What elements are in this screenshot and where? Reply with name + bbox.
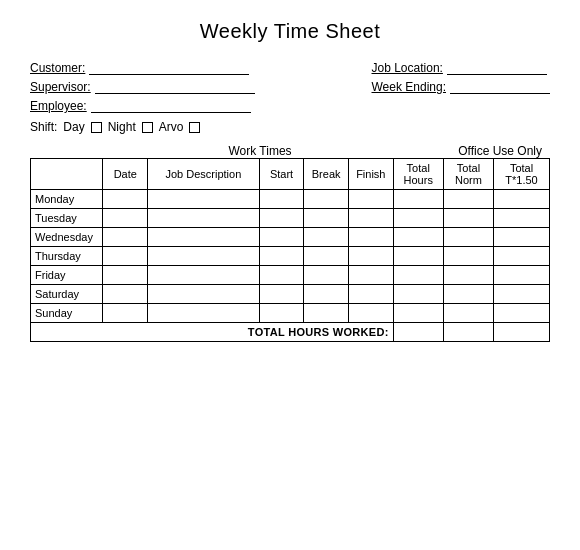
table-row: Friday <box>31 266 550 285</box>
data-cell[interactable] <box>393 190 443 209</box>
week-ending-line <box>450 80 550 94</box>
week-ending-label: Week Ending: <box>372 80 447 94</box>
day-cell: Monday <box>31 190 103 209</box>
data-cell[interactable] <box>259 266 304 285</box>
table-row: Monday <box>31 190 550 209</box>
data-cell[interactable] <box>443 266 493 285</box>
data-cell[interactable] <box>494 247 550 266</box>
data-cell[interactable] <box>494 228 550 247</box>
col-header-totalnorm: Total Norm <box>443 159 493 190</box>
col-header-break: Break <box>304 159 349 190</box>
shift-night-checkbox[interactable] <box>142 122 153 133</box>
day-cell: Wednesday <box>31 228 103 247</box>
data-cell[interactable] <box>393 209 443 228</box>
data-cell[interactable] <box>148 266 260 285</box>
data-cell[interactable] <box>443 285 493 304</box>
data-cell[interactable] <box>494 190 550 209</box>
job-location-line <box>447 61 547 75</box>
data-cell[interactable] <box>304 228 349 247</box>
data-cell[interactable] <box>259 209 304 228</box>
data-cell[interactable] <box>443 190 493 209</box>
data-cell[interactable] <box>304 247 349 266</box>
data-cell[interactable] <box>348 266 393 285</box>
data-cell[interactable] <box>443 209 493 228</box>
data-cell[interactable] <box>494 304 550 323</box>
data-cell[interactable] <box>103 209 148 228</box>
data-cell[interactable] <box>148 228 260 247</box>
table-row: Wednesday <box>31 228 550 247</box>
table-row: Tuesday <box>31 209 550 228</box>
supervisor-label: Supervisor: <box>30 80 91 94</box>
data-cell[interactable] <box>393 266 443 285</box>
data-cell[interactable] <box>494 266 550 285</box>
total-hours-row: TOTAL HOURS WORKED: <box>31 323 550 342</box>
day-cell: Saturday <box>31 285 103 304</box>
shift-arvo-checkbox[interactable] <box>189 122 200 133</box>
data-cell[interactable] <box>148 209 260 228</box>
col-header-finish: Finish <box>348 159 393 190</box>
data-cell[interactable] <box>148 285 260 304</box>
data-cell[interactable] <box>304 190 349 209</box>
data-cell[interactable] <box>304 304 349 323</box>
employee-label: Employee: <box>30 99 87 113</box>
data-cell[interactable] <box>348 247 393 266</box>
day-cell: Friday <box>31 266 103 285</box>
data-cell[interactable] <box>393 304 443 323</box>
table-row: Thursday <box>31 247 550 266</box>
data-cell[interactable] <box>393 228 443 247</box>
data-cell[interactable] <box>259 190 304 209</box>
data-cell[interactable] <box>304 209 349 228</box>
shift-night-label: Night <box>108 120 136 134</box>
work-times-section-label: Work Times <box>30 144 430 158</box>
total-hours-value <box>393 323 443 342</box>
data-cell[interactable] <box>103 285 148 304</box>
data-cell[interactable] <box>348 285 393 304</box>
office-use-section-label: Office Use Only <box>430 144 550 158</box>
day-cell: Sunday <box>31 304 103 323</box>
day-cell: Thursday <box>31 247 103 266</box>
data-cell[interactable] <box>259 304 304 323</box>
col-header-total150: Total T*1.50 <box>494 159 550 190</box>
data-cell[interactable] <box>259 228 304 247</box>
page-title: Weekly Time Sheet <box>30 20 550 43</box>
customer-label: Customer: <box>30 61 85 75</box>
data-cell[interactable] <box>259 247 304 266</box>
data-cell[interactable] <box>393 285 443 304</box>
table-row: Saturday <box>31 285 550 304</box>
data-cell[interactable] <box>443 304 493 323</box>
col-header-jobdesc: Job Description <box>148 159 260 190</box>
data-cell[interactable] <box>443 247 493 266</box>
data-cell[interactable] <box>393 247 443 266</box>
data-cell[interactable] <box>148 304 260 323</box>
data-cell[interactable] <box>348 304 393 323</box>
data-cell[interactable] <box>443 228 493 247</box>
data-cell[interactable] <box>494 285 550 304</box>
data-cell[interactable] <box>348 228 393 247</box>
day-cell: Tuesday <box>31 209 103 228</box>
data-cell[interactable] <box>103 190 148 209</box>
col-header-start: Start <box>259 159 304 190</box>
data-cell[interactable] <box>304 266 349 285</box>
data-cell[interactable] <box>103 247 148 266</box>
data-cell[interactable] <box>148 247 260 266</box>
shift-day-label: Day <box>63 120 84 134</box>
shift-label: Shift: <box>30 120 57 134</box>
timesheet-table: Date Job Description Start Break Finish … <box>30 158 550 342</box>
col-header-totalhours: Total Hours <box>393 159 443 190</box>
col-header-date: Date <box>103 159 148 190</box>
data-cell[interactable] <box>348 209 393 228</box>
data-cell[interactable] <box>103 266 148 285</box>
data-cell[interactable] <box>103 304 148 323</box>
data-cell[interactable] <box>103 228 148 247</box>
data-cell[interactable] <box>259 285 304 304</box>
col-header-day <box>31 159 103 190</box>
table-row: Sunday <box>31 304 550 323</box>
total-norm-value <box>443 323 493 342</box>
data-cell[interactable] <box>148 190 260 209</box>
supervisor-line <box>95 80 255 94</box>
shift-day-checkbox[interactable] <box>91 122 102 133</box>
data-cell[interactable] <box>348 190 393 209</box>
data-cell[interactable] <box>304 285 349 304</box>
employee-line <box>91 99 251 113</box>
data-cell[interactable] <box>494 209 550 228</box>
